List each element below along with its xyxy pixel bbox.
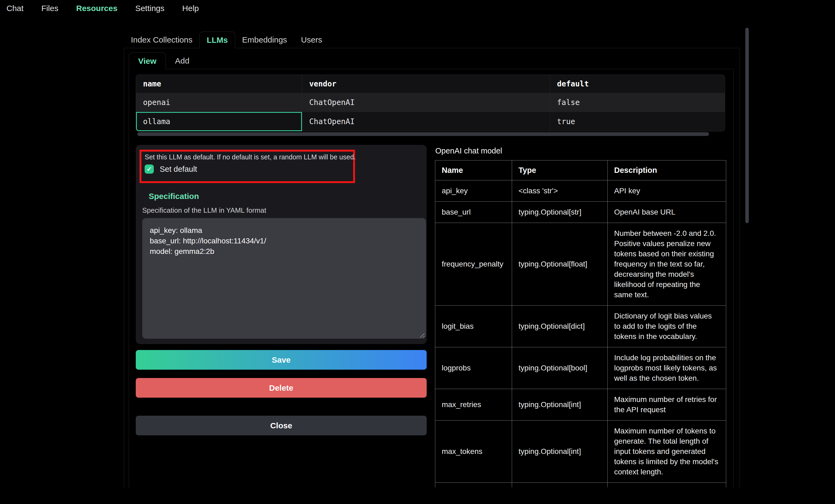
params-table-title: OpenAI chat model	[435, 146, 502, 155]
llm-table-header-name: name	[136, 75, 302, 93]
table-row-ollama[interactable]: ollamaChatOpenAItrue	[136, 112, 725, 131]
param-description: Dictionary of logit bias values to add t…	[608, 306, 726, 347]
vertical-scrollbar[interactable]	[745, 28, 749, 223]
llm-cell-ollama-vendor[interactable]: ChatOpenAI	[302, 112, 550, 131]
params-row-max_tokens: max_tokenstyping.Optional[int]Maximum nu…	[435, 421, 726, 483]
nav-item-help[interactable]: Help	[182, 3, 200, 14]
yaml-spec-textarea[interactable]: api_key: ollama base_url: http://localho…	[142, 218, 426, 339]
llm-cell-ollama-name[interactable]: ollama	[136, 112, 302, 131]
llm-table-header-vendor: vendor	[302, 75, 550, 93]
nav-item-chat[interactable]: Chat	[6, 3, 24, 14]
params-row-frequency_penalty: frequency_penaltytyping.Optional[float]N…	[435, 223, 726, 306]
set-default-note: Set this LLM as default. If no default i…	[145, 153, 350, 161]
param-name: api_key	[435, 181, 512, 202]
params-header-type: Type	[512, 161, 608, 181]
nav-item-resources[interactable]: Resources	[76, 3, 118, 14]
param-name: max_tokens	[435, 421, 512, 483]
llm-table-header-row: namevendordefault	[136, 75, 725, 93]
param-description: Maximum number of tokens to generate. Th…	[608, 421, 726, 483]
set-default-highlight-box: Set this LLM as default. If no default i…	[140, 150, 355, 183]
param-type: typing.Optional[str]	[512, 202, 608, 223]
params-row-max_retries: max_retriestyping.Optional[int]Maximum n…	[435, 389, 726, 421]
llm-cell-ollama-default[interactable]: true	[550, 112, 725, 131]
params-header-row: NameTypeDescription	[435, 161, 726, 181]
llm-table-header-default: default	[550, 75, 725, 93]
checkmark-icon: ✓	[146, 165, 152, 173]
subtab-add[interactable]: Add	[166, 52, 199, 69]
tab-index-collections[interactable]: Index Collections	[124, 31, 199, 48]
param-type: typing.Optional[int]	[512, 421, 608, 483]
param-empty-cell	[512, 483, 608, 488]
close-button[interactable]: Close	[136, 416, 427, 435]
param-name: max_retries	[435, 389, 512, 421]
top-navigation: ChatFilesResourcesSettingsHelp	[6, 3, 199, 14]
params-row-logprobs: logprobstyping.Optional[bool]Include log…	[435, 347, 726, 389]
params-table: NameTypeDescription api_key<class 'str'>…	[435, 160, 726, 487]
param-type: typing.Optional[int]	[512, 389, 608, 421]
param-description: Number between -2.0 and 2.0. Positive va…	[608, 223, 726, 306]
params-row-partial	[435, 483, 726, 488]
resources-tabs: Index CollectionsLLMsEmbeddingsUsers	[124, 31, 329, 48]
param-name: logit_bias	[435, 306, 512, 347]
param-type: typing.Optional[dict]	[512, 306, 608, 347]
specification-sublabel: Specification of the LLM in YAML format	[142, 206, 266, 215]
llm-cell-openai-vendor[interactable]: ChatOpenAI	[302, 93, 550, 112]
param-description: Include log probabilities on the logprob…	[608, 347, 726, 389]
nav-item-files[interactable]: Files	[41, 3, 59, 14]
set-default-label: Set default	[160, 165, 197, 174]
param-empty-cell	[435, 483, 512, 488]
param-type: typing.Optional[bool]	[512, 347, 608, 389]
subtab-view[interactable]: View	[129, 52, 166, 69]
save-button[interactable]: Save	[136, 350, 427, 370]
param-empty-cell	[608, 483, 726, 488]
param-name: logprobs	[435, 347, 512, 389]
tab-embeddings[interactable]: Embeddings	[235, 31, 294, 48]
delete-button[interactable]: Delete	[136, 378, 427, 398]
tab-users[interactable]: Users	[294, 31, 329, 48]
params-row-logit_bias: logit_biastyping.Optional[dict]Dictionar…	[435, 306, 726, 347]
param-description: Maximum number of retries for the API re…	[608, 389, 726, 421]
tab-llms[interactable]: LLMs	[199, 31, 235, 48]
specification-heading: Specification	[149, 192, 199, 201]
params-row-base_url: base_urltyping.Optional[str]OpenAI base …	[435, 202, 726, 223]
param-description: API key	[608, 181, 726, 202]
param-name: frequency_penalty	[435, 223, 512, 306]
params-table-container: NameTypeDescription api_key<class 'str'>…	[435, 160, 727, 487]
llms-subtabs: ViewAdd	[129, 52, 199, 69]
llm-list-table: namevendordefaultopenaiChatOpenAIfalseol…	[136, 75, 725, 131]
param-description: OpenAI base URL	[608, 202, 726, 223]
table-row-openai[interactable]: openaiChatOpenAIfalse	[136, 93, 725, 112]
llm-cell-openai-default[interactable]: false	[550, 93, 725, 112]
horizontal-scrollbar[interactable]	[137, 132, 709, 136]
param-type: <class 'str'>	[512, 181, 608, 202]
set-default-checkbox-row[interactable]: ✓ Set default	[145, 165, 350, 174]
param-type: typing.Optional[float]	[512, 223, 608, 306]
params-row-api_key: api_key<class 'str'>API key	[435, 181, 726, 202]
llm-cell-openai-name[interactable]: openai	[136, 93, 302, 112]
params-header-name: Name	[435, 161, 512, 181]
nav-item-settings[interactable]: Settings	[135, 3, 165, 14]
param-name: base_url	[435, 202, 512, 223]
params-header-description: Description	[608, 161, 726, 181]
set-default-checkbox[interactable]: ✓	[145, 165, 154, 174]
